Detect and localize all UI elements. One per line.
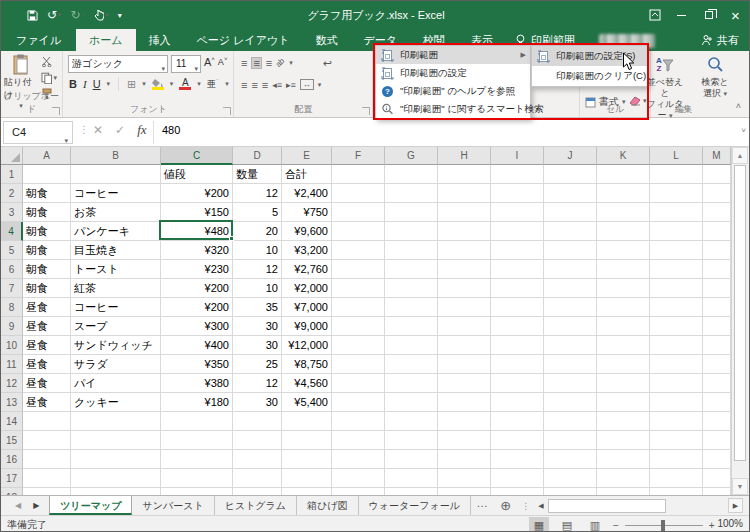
page-layout-view-icon[interactable]: ▤	[557, 517, 577, 532]
wrap-text-icon[interactable]: ↩	[323, 58, 332, 68]
ribbon-display-options-button[interactable]	[641, 1, 668, 29]
cell[interactable]	[491, 336, 544, 355]
row-header[interactable]: 9	[1, 317, 23, 336]
cell[interactable]	[282, 450, 332, 469]
cell[interactable]	[703, 488, 731, 495]
zoom-in-icon[interactable]: +	[709, 520, 715, 531]
cell[interactable]	[650, 165, 703, 184]
cell[interactable]	[544, 298, 597, 317]
cell[interactable]	[491, 393, 544, 412]
cell[interactable]	[385, 488, 438, 495]
zoom-slider[interactable]	[625, 525, 703, 526]
cell[interactable]	[597, 241, 650, 260]
row-header[interactable]: 14	[1, 412, 23, 431]
cell[interactable]	[233, 450, 282, 469]
cell[interactable]	[491, 355, 544, 374]
cell[interactable]	[332, 184, 385, 203]
cell[interactable]	[544, 469, 597, 488]
cell[interactable]	[597, 317, 650, 336]
cell[interactable]	[544, 165, 597, 184]
cell[interactable]	[544, 374, 597, 393]
cell[interactable]: ¥4,560	[282, 374, 332, 393]
cell[interactable]	[385, 298, 438, 317]
alignment-dialog-launcher[interactable]	[362, 107, 370, 115]
cell[interactable]	[597, 279, 650, 298]
cell[interactable]	[491, 184, 544, 203]
cell[interactable]: 20	[233, 222, 282, 241]
cell[interactable]: 30	[233, 336, 282, 355]
cell[interactable]: 5	[233, 203, 282, 222]
cell[interactable]: 朝食	[23, 260, 71, 279]
sheet-nav-left-icon[interactable]: ◀	[15, 501, 21, 510]
cell[interactable]: トースト	[71, 260, 161, 279]
cell[interactable]	[385, 355, 438, 374]
cell[interactable]	[385, 393, 438, 412]
cell[interactable]: ¥9,000	[282, 317, 332, 336]
cell[interactable]	[544, 431, 597, 450]
cell[interactable]: コーヒー	[71, 184, 161, 203]
cell[interactable]	[385, 165, 438, 184]
cell[interactable]: 紅茶	[71, 279, 161, 298]
cell[interactable]	[650, 222, 703, 241]
cell[interactable]	[385, 431, 438, 450]
cell[interactable]	[544, 393, 597, 412]
ribbon-tab[interactable]: ページ レイアウト	[184, 29, 303, 51]
name-box[interactable]: C4▾	[3, 121, 73, 144]
cell[interactable]	[385, 336, 438, 355]
cell[interactable]: 昼食	[23, 393, 71, 412]
cell[interactable]: 30	[233, 393, 282, 412]
cell[interactable]	[438, 317, 491, 336]
cell[interactable]	[703, 355, 731, 374]
orientation-icon[interactable]: ab	[274, 56, 287, 69]
cell[interactable]: ¥230	[161, 260, 233, 279]
cell[interactable]	[703, 298, 731, 317]
cell[interactable]	[703, 241, 731, 260]
cell[interactable]	[385, 469, 438, 488]
find-select-button[interactable]: 検索と選択 ▾	[693, 53, 737, 99]
cell[interactable]	[385, 260, 438, 279]
tab-file[interactable]: ファイル	[1, 29, 76, 51]
cell[interactable]	[233, 431, 282, 450]
cell[interactable]	[438, 431, 491, 450]
cell[interactable]	[491, 412, 544, 431]
cell[interactable]: ¥320	[161, 241, 233, 260]
sheet-tab[interactable]: ヒストグラム	[215, 496, 297, 515]
row-header[interactable]: 3	[1, 203, 23, 222]
column-header[interactable]: B	[71, 147, 161, 165]
cell[interactable]	[71, 450, 161, 469]
scroll-right-icon[interactable]: ▶	[728, 498, 743, 513]
sheet-overflow[interactable]: ...	[471, 496, 494, 515]
cell[interactable]: コーヒー	[71, 298, 161, 317]
cell[interactable]	[703, 165, 731, 184]
confirm-entry-icon[interactable]: ✓	[115, 123, 125, 137]
align-left-icon[interactable]: ≡	[241, 80, 247, 90]
cell[interactable]: ¥350	[161, 355, 233, 374]
cell[interactable]: ¥2,400	[282, 184, 332, 203]
row-header[interactable]: 5	[1, 241, 23, 260]
cell[interactable]	[491, 165, 544, 184]
cell[interactable]	[332, 412, 385, 431]
cell[interactable]	[161, 488, 233, 495]
cell[interactable]	[71, 488, 161, 495]
cell[interactable]	[597, 165, 650, 184]
cell[interactable]	[650, 203, 703, 222]
cell[interactable]: ¥2,760	[282, 260, 332, 279]
cell[interactable]	[438, 488, 491, 495]
cell[interactable]	[438, 469, 491, 488]
cell[interactable]: 10	[233, 241, 282, 260]
column-header[interactable]: A	[23, 147, 71, 165]
page-break-view-icon[interactable]: ▥	[585, 517, 605, 532]
cell[interactable]	[544, 203, 597, 222]
cell[interactable]	[650, 298, 703, 317]
cell[interactable]: サラダ	[71, 355, 161, 374]
cell[interactable]	[491, 222, 544, 241]
insert-function-icon[interactable]: fx	[137, 122, 146, 138]
font-name-select[interactable]: 游ゴシック▾	[68, 55, 168, 73]
cell[interactable]	[71, 165, 161, 184]
cell[interactable]	[332, 241, 385, 260]
copy-icon[interactable]: ▾	[41, 71, 57, 84]
cell[interactable]	[703, 317, 731, 336]
cell[interactable]: 30	[233, 317, 282, 336]
menu-item[interactable]: 印刷範囲▶	[376, 46, 530, 64]
cell[interactable]	[597, 184, 650, 203]
